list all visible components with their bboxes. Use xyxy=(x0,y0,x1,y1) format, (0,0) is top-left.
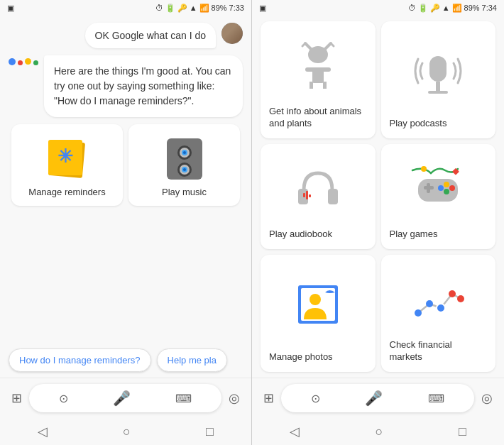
svg-point-37 xyxy=(421,166,427,172)
time-right: 7:34 xyxy=(482,4,497,12)
mic-icon-right[interactable]: 🎤 xyxy=(365,390,383,407)
svg-rect-14 xyxy=(309,82,313,89)
dot-blue xyxy=(9,58,16,65)
battery-icon: 🔋 xyxy=(165,4,175,13)
finance-icon xyxy=(410,274,466,324)
suggestions-row: How do I manage reminders? Help me pla xyxy=(0,343,251,378)
menu-icon[interactable]: ⊞ xyxy=(11,390,22,406)
right-phone: ▣ ⏱ 🔋 🔑 ▲ 📶 89% 7:34 xyxy=(252,0,504,445)
key-icon-r: 🔑 xyxy=(430,4,440,13)
capability-card-games[interactable]: Play games xyxy=(381,144,496,249)
battery-percent-right: 89% xyxy=(464,4,480,12)
dot-green xyxy=(33,60,38,65)
svg-point-45 xyxy=(457,295,464,302)
back-icon[interactable]: ◁ xyxy=(38,424,48,439)
svg-point-35 xyxy=(438,185,444,191)
assistant-bubble: Here are the things I'm good at. You can… xyxy=(44,55,243,117)
suggestion-chip-0[interactable]: How do I manage reminders? xyxy=(9,348,151,372)
keyboard-icon-right[interactable]: ⌨ xyxy=(428,392,444,405)
svg-point-34 xyxy=(444,189,449,194)
svg-line-17 xyxy=(305,43,311,49)
photos-label: Manage photos xyxy=(269,351,333,363)
compass-icon-right[interactable]: ◎ xyxy=(481,390,493,406)
capability-card-animals[interactable]: Get info about animals and plants xyxy=(261,21,376,138)
capability-card-music[interactable]: Play music xyxy=(128,124,240,206)
podcasts-icon xyxy=(410,46,466,96)
svg-point-41 xyxy=(415,309,422,317)
mic-pill-right[interactable]: ⊙ 🎤 ⌨ xyxy=(281,384,474,412)
wifi-icon-r: ▲ xyxy=(442,4,450,12)
signal-icon-r: 📶 xyxy=(452,4,462,13)
back-icon-right[interactable]: ◁ xyxy=(290,424,300,439)
capability-card-audiobook[interactable]: Play audiobook xyxy=(261,144,376,249)
status-left-right: ▣ xyxy=(259,4,266,13)
capability-card-podcasts[interactable]: Play podcasts xyxy=(381,21,496,138)
music-label: Play music xyxy=(162,187,207,197)
left-phone: ▣ ⏱ 🔋 🔑 ▲ 📶 89% 7:33 OK Google what can … xyxy=(0,0,252,445)
assistant-row: Here are the things I'm good at. You can… xyxy=(9,55,243,117)
status-left: ▣ xyxy=(7,4,14,13)
google-dots xyxy=(9,58,38,65)
reminders-label: Manage reminders xyxy=(28,187,105,197)
finance-icon-area xyxy=(390,263,488,334)
games-icon xyxy=(410,163,466,213)
reminders-icon-area: ✳ xyxy=(20,133,114,182)
capability-card-photos[interactable]: Manage photos xyxy=(261,255,376,372)
chat-area: OK Google what can I do Here are the thi… xyxy=(0,16,251,343)
svg-rect-23 xyxy=(429,56,447,82)
animals-label: Get info about animals and plants xyxy=(269,106,367,130)
capability-card-reminders[interactable]: ✳ Manage reminders xyxy=(11,124,123,206)
avatar-image xyxy=(221,23,243,44)
bottom-bar-right: ⊞ ⊙ 🎤 ⌨ ◎ xyxy=(252,378,504,418)
photos-icon-area xyxy=(269,263,367,346)
photos-icon xyxy=(290,280,346,329)
status-bar-right: ▣ ⏱ 🔋 🔑 ▲ 📶 89% 7:34 xyxy=(252,0,504,16)
compass-icon[interactable]: ◎ xyxy=(229,390,240,406)
animals-icon xyxy=(290,40,346,90)
dot-red xyxy=(18,60,23,65)
wifi-icon: ▲ xyxy=(190,4,197,12)
battery-icon-r: 🔋 xyxy=(418,4,428,13)
games-icon-area xyxy=(390,153,488,223)
svg-line-18 xyxy=(325,43,331,49)
camera-icon[interactable]: ⊙ xyxy=(59,392,68,405)
avatar xyxy=(221,23,243,44)
app-icon: ▣ xyxy=(7,4,14,13)
suggestion-chip-1[interactable]: Help me pla xyxy=(157,348,227,372)
capability-card-finance[interactable]: Check financial markets xyxy=(381,255,496,372)
time-left: 7:33 xyxy=(229,4,244,12)
mic-pill-left[interactable]: ⊙ 🎤 ⌨ xyxy=(29,384,221,412)
svg-text:✳: ✳ xyxy=(57,145,73,167)
key-icon: 🔑 xyxy=(177,4,187,13)
audiobook-label: Play audiobook xyxy=(269,229,332,241)
audiobook-icon-area xyxy=(269,153,367,223)
menu-icon-right[interactable]: ⊞ xyxy=(263,390,274,406)
camera-icon-right[interactable]: ⊙ xyxy=(311,392,320,405)
capability-grid-right: Get info about animals and plants xyxy=(252,16,504,378)
status-bar-left: ▣ ⏱ 🔋 🔑 ▲ 📶 89% 7:33 xyxy=(0,0,251,16)
dot-yellow xyxy=(25,58,31,65)
svg-point-32 xyxy=(444,182,449,187)
svg-point-33 xyxy=(449,185,455,191)
timer-icon: ⏱ xyxy=(155,4,163,12)
recents-icon[interactable]: □ xyxy=(206,424,214,439)
signal-icon: 📶 xyxy=(199,4,209,13)
svg-rect-27 xyxy=(306,191,308,199)
battery-percent: 89% xyxy=(212,4,227,12)
svg-rect-25 xyxy=(328,189,338,204)
mic-icon[interactable]: 🎤 xyxy=(113,390,131,407)
timer-icon-r: ⏱ xyxy=(408,4,416,12)
games-label: Play games xyxy=(390,229,438,241)
recents-icon-right[interactable]: □ xyxy=(459,424,466,439)
reminders-icon: ✳ xyxy=(43,133,92,182)
keyboard-icon[interactable]: ⌨ xyxy=(175,392,192,405)
music-icon xyxy=(160,133,209,182)
user-message-row: OK Google what can I do xyxy=(9,23,243,48)
svg-rect-31 xyxy=(427,183,430,193)
svg-point-40 xyxy=(309,294,321,305)
svg-rect-13 xyxy=(305,67,331,72)
podcasts-label: Play podcasts xyxy=(390,118,447,130)
home-icon[interactable]: ○ xyxy=(123,424,131,439)
home-icon-right[interactable]: ○ xyxy=(376,424,383,439)
svg-point-42 xyxy=(426,300,433,307)
